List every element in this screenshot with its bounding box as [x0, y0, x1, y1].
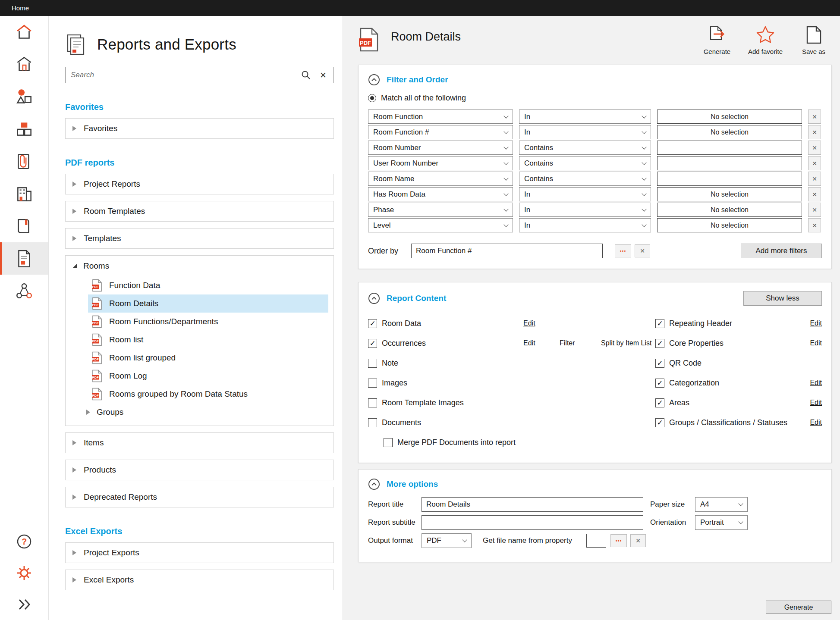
collapse-section-icon[interactable]: [368, 74, 380, 86]
qr-code-checkbox[interactable]: [655, 359, 664, 368]
file-name-more-button[interactable]: [610, 534, 627, 547]
nav-buildings-button[interactable]: [0, 178, 48, 210]
report-item-room-functions-departments[interactable]: PDF Room Functions/Departments: [88, 313, 328, 331]
occurrences-checkbox[interactable]: [368, 339, 377, 348]
filter-field-dropdown[interactable]: Phase: [368, 203, 513, 217]
filter-value-box[interactable]: [657, 141, 802, 155]
group-items[interactable]: Items: [65, 432, 334, 453]
nav-items-button[interactable]: [0, 81, 48, 113]
filter-field-dropdown[interactable]: Room Number: [368, 141, 513, 155]
room-template-images-checkbox[interactable]: [368, 398, 377, 407]
report-subtitle-input[interactable]: [422, 515, 643, 530]
match-all-radio[interactable]: [368, 94, 376, 102]
report-title-input[interactable]: [422, 497, 643, 512]
group-excel-exports[interactable]: Excel Exports: [65, 570, 334, 590]
filter-field-dropdown[interactable]: Room Function: [368, 110, 513, 124]
report-group-groups[interactable]: Groups: [83, 403, 328, 421]
show-less-button[interactable]: Show less: [743, 291, 822, 306]
edit-link[interactable]: Edit: [523, 339, 560, 347]
filter-operator-dropdown[interactable]: Contains: [519, 172, 651, 186]
filter-link[interactable]: Filter: [560, 339, 601, 347]
group-room-templates[interactable]: Room Templates: [65, 201, 334, 222]
merge-pdf-checkbox[interactable]: [384, 438, 393, 447]
file-name-property-input[interactable]: [586, 534, 606, 548]
filter-field-dropdown[interactable]: Level: [368, 218, 513, 232]
filter-operator-dropdown[interactable]: In: [519, 110, 651, 124]
repeating-header-checkbox[interactable]: [655, 319, 664, 328]
order-by-clear-button[interactable]: [635, 244, 650, 257]
orientation-dropdown[interactable]: Portrait: [695, 515, 748, 530]
filter-field-dropdown[interactable]: User Room Number: [368, 156, 513, 170]
edit-link[interactable]: Edit: [810, 419, 822, 426]
nav-model-button[interactable]: [0, 16, 48, 48]
collapse-section-icon[interactable]: [368, 292, 380, 304]
remove-filter-button[interactable]: [808, 125, 821, 139]
edit-link[interactable]: Edit: [810, 399, 822, 407]
group-rooms-header[interactable]: Rooms: [69, 256, 330, 276]
report-item-function-data[interactable]: PDF Function Data: [88, 276, 328, 294]
edit-link[interactable]: Edit: [810, 319, 822, 327]
group-project-reports[interactable]: Project Reports: [65, 174, 334, 194]
filter-operator-dropdown[interactable]: In: [519, 125, 651, 139]
filter-operator-dropdown[interactable]: Contains: [519, 141, 651, 155]
note-checkbox[interactable]: [368, 359, 377, 368]
filter-field-dropdown[interactable]: Has Room Data: [368, 187, 513, 201]
filter-value-box[interactable]: No selection: [657, 125, 802, 139]
settings-button[interactable]: [0, 557, 48, 589]
remove-filter-button[interactable]: [808, 187, 821, 201]
group-templates[interactable]: Templates: [65, 228, 334, 249]
generate-button[interactable]: Generate: [766, 601, 831, 614]
filter-value-box[interactable]: No selection: [657, 203, 802, 217]
edit-link[interactable]: Edit: [810, 339, 822, 347]
nav-collaboration-button[interactable]: [0, 275, 48, 307]
generate-action-button[interactable]: Generate: [702, 25, 733, 55]
order-by-more-button[interactable]: [615, 244, 631, 257]
output-format-dropdown[interactable]: PDF: [422, 533, 472, 548]
filter-operator-dropdown[interactable]: In: [519, 218, 651, 232]
filter-value-box[interactable]: No selection: [657, 187, 802, 201]
group-project-exports[interactable]: Project Exports: [65, 542, 334, 563]
filter-operator-dropdown[interactable]: In: [519, 187, 651, 201]
images-checkbox[interactable]: [368, 379, 377, 388]
split-by-item-list-link[interactable]: Split by Item List: [601, 339, 655, 347]
filter-value-box[interactable]: [657, 172, 802, 186]
filter-operator-dropdown[interactable]: Contains: [519, 156, 651, 170]
report-item-rooms-grouped-by-status[interactable]: PDF Rooms grouped by Room Data Status: [88, 385, 328, 403]
documents-checkbox[interactable]: [368, 418, 377, 427]
help-button[interactable]: ?: [0, 526, 48, 557]
clear-search-icon[interactable]: ✕: [318, 70, 328, 80]
edit-link[interactable]: Edit: [810, 379, 822, 387]
order-by-input[interactable]: [411, 244, 603, 258]
categorization-checkbox[interactable]: [655, 379, 664, 388]
group-products[interactable]: Products: [65, 460, 334, 480]
edit-link[interactable]: Edit: [523, 319, 560, 327]
report-item-room-details[interactable]: PDF Room Details: [88, 294, 328, 313]
group-favorites[interactable]: Favorites: [65, 118, 334, 139]
paper-size-dropdown[interactable]: A4: [695, 497, 748, 512]
home-tab[interactable]: Home: [12, 4, 29, 12]
filter-value-box[interactable]: [657, 156, 802, 170]
filter-field-dropdown[interactable]: Room Name: [368, 172, 513, 186]
nav-attachments-button[interactable]: [0, 145, 48, 178]
report-item-room-list-grouped[interactable]: PDF Room list grouped: [88, 349, 328, 367]
room-data-checkbox[interactable]: [368, 319, 377, 328]
remove-filter-button[interactable]: [808, 110, 821, 124]
save-as-button[interactable]: Save as: [798, 25, 829, 55]
collapse-rail-button[interactable]: [0, 589, 48, 620]
search-icon[interactable]: [301, 70, 311, 80]
remove-filter-button[interactable]: [808, 218, 821, 232]
nav-products-button[interactable]: [0, 113, 48, 145]
filter-field-dropdown[interactable]: Room Function #: [368, 125, 513, 139]
remove-filter-button[interactable]: [808, 172, 821, 186]
report-item-room-list[interactable]: PDF Room list: [88, 331, 328, 349]
filter-operator-dropdown[interactable]: In: [519, 203, 651, 217]
file-name-clear-button[interactable]: [630, 534, 646, 547]
remove-filter-button[interactable]: [808, 156, 821, 170]
filter-value-box[interactable]: No selection: [657, 110, 802, 124]
filter-value-box[interactable]: No selection: [657, 218, 802, 232]
search-input[interactable]: [71, 71, 294, 79]
add-more-filters-button[interactable]: Add more filters: [741, 244, 822, 258]
nav-reports-button[interactable]: [0, 242, 48, 275]
report-item-room-log[interactable]: PDF Room Log: [88, 367, 328, 385]
nav-specifications-button[interactable]: [0, 210, 48, 242]
